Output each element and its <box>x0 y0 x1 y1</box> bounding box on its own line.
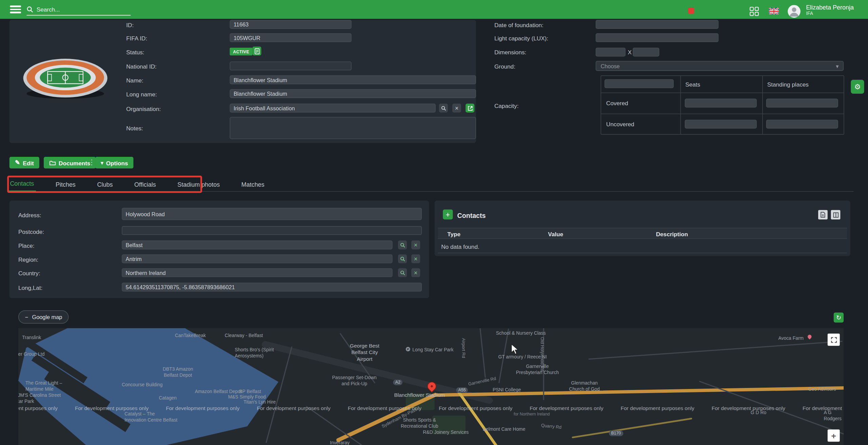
tab-clubs[interactable]: Clubs <box>95 181 115 192</box>
country-search-button[interactable] <box>398 268 407 277</box>
settings-flyout-button[interactable]: ⚙ <box>851 80 864 94</box>
region-field[interactable] <box>122 254 392 263</box>
foundation-field[interactable] <box>596 20 718 29</box>
light-capacity-label: Light capacity (LUX): <box>494 35 548 42</box>
place-search-button[interactable] <box>398 241 407 249</box>
capacity-covered-seats-field[interactable] <box>685 99 757 108</box>
map-watermark: For development purposes only <box>803 405 844 411</box>
export-contacts-button[interactable] <box>818 210 828 220</box>
user-menu[interactable]: Elizabeta Peronja IFA <box>806 4 854 16</box>
tab-contacts[interactable]: Contacts <box>8 180 36 192</box>
dimensions-x-separator: X <box>628 49 631 56</box>
capacity-covered-standing-field[interactable] <box>766 99 838 108</box>
map-label: G D Ro <box>751 410 766 415</box>
id-label: ID: <box>126 22 134 29</box>
options-button[interactable]: ▾ Options <box>95 157 134 168</box>
dimensions-width-field[interactable] <box>596 48 626 56</box>
capacity-col-standing: Standing places <box>762 76 844 93</box>
map-watermark: For development purposes only <box>257 405 330 411</box>
long-name-label: Long name: <box>126 91 157 98</box>
organisation-clear-button[interactable]: × <box>452 104 461 112</box>
ground-select[interactable]: Choose ▾ <box>596 61 844 71</box>
map-label: Shorts Bro's (Spirit Aerosystems) <box>235 347 274 359</box>
language-flag-icon[interactable] <box>769 7 779 14</box>
more-actions-icon[interactable]: ⋮ <box>88 158 95 166</box>
google-map-toggle[interactable]: − Google map <box>18 310 69 323</box>
long-name-field[interactable] <box>230 89 476 98</box>
folder-icon <box>49 160 56 165</box>
postcode-field[interactable] <box>122 226 422 235</box>
fifa-id-field[interactable] <box>230 33 352 42</box>
contacts-col-type: Type <box>447 230 460 237</box>
address-field[interactable] <box>122 208 422 220</box>
close-icon: × <box>414 269 418 276</box>
map-label: for Northern Ireland <box>514 412 550 417</box>
map-label: Garnerville Rd <box>468 376 497 387</box>
map-label: Avoca Farm <box>778 335 804 341</box>
red-indicator <box>688 8 694 14</box>
map-road-minor <box>543 328 544 400</box>
app-window: Elizabeta Peronja IFA ID: FIFA ID: Statu… <box>0 0 868 445</box>
dimensions-height-field[interactable] <box>633 48 659 56</box>
close-icon: × <box>414 242 418 248</box>
user-organisation: IFA <box>806 11 854 16</box>
tab-pitches[interactable]: Pitches <box>53 181 78 192</box>
add-contact-button[interactable]: + <box>443 209 453 219</box>
organisation-open-button[interactable] <box>466 104 474 112</box>
mouse-cursor <box>511 344 519 355</box>
tab-stadium-photos[interactable]: Stadium photos <box>175 181 222 192</box>
map-watermark: For development purposes only <box>530 405 603 411</box>
id-field[interactable] <box>230 20 352 29</box>
light-capacity-field[interactable] <box>596 33 718 42</box>
map-label: GT armoury / Reece NI <box>498 354 547 360</box>
country-field[interactable] <box>122 268 392 277</box>
google-map[interactable]: Translinkber Group LtdThe Great Light – … <box>18 328 844 445</box>
columns-toggle-button[interactable] <box>831 210 841 220</box>
region-clear-button[interactable]: × <box>411 254 420 263</box>
country-clear-button[interactable]: × <box>411 268 420 277</box>
contacts-title: Contacts <box>457 212 486 220</box>
notes-field[interactable] <box>230 117 476 139</box>
map-zoom-in-button[interactable]: + <box>828 429 840 442</box>
map-road-minor <box>498 329 509 383</box>
apps-grid-icon[interactable] <box>750 7 759 16</box>
status-history-button[interactable] <box>252 47 261 55</box>
contacts-col-description: Description <box>656 230 688 237</box>
postcode-label: Postcode: <box>18 228 44 235</box>
map-road-minor <box>265 347 292 443</box>
longlat-field[interactable] <box>122 283 422 292</box>
search-input[interactable] <box>37 6 125 13</box>
collapse-icon: − <box>25 314 28 320</box>
organisation-search-button[interactable] <box>439 104 448 112</box>
map-label: Clearway - Belfast <box>225 333 263 338</box>
name-field[interactable] <box>230 75 476 84</box>
tab-matches[interactable]: Matches <box>239 181 267 192</box>
map-watermark: For development purposes only <box>621 405 694 411</box>
place-field[interactable] <box>122 241 392 249</box>
fifa-id-label: FIFA ID: <box>126 35 147 42</box>
place-clear-button[interactable]: × <box>411 241 420 249</box>
contacts-table-bottom-border <box>438 253 847 253</box>
edit-button[interactable]: ✎ Edit <box>9 157 39 168</box>
contacts-table-header: Type Value Description <box>438 228 847 239</box>
capacity-filter-field[interactable] <box>605 79 674 88</box>
hamburger-menu-icon[interactable] <box>10 5 21 13</box>
map-road-b170 <box>572 418 692 438</box>
map-label: Long Stay Car Park <box>412 347 453 353</box>
address-label: Address: <box>18 212 41 219</box>
ground-label: Ground: <box>494 63 515 70</box>
longlat-label: Long,Lat: <box>18 284 43 291</box>
capacity-uncovered-standing-field[interactable] <box>766 120 838 129</box>
map-road-minor <box>306 406 397 445</box>
map-refresh-button[interactable]: ↻ <box>834 313 844 322</box>
national-id-field[interactable] <box>230 61 352 70</box>
status-label: Status: <box>126 49 144 56</box>
map-road-a2 <box>336 392 438 443</box>
organisation-field[interactable] <box>230 104 436 112</box>
ground-select-value: Choose <box>600 63 619 69</box>
map-fullscreen-button[interactable] <box>828 334 840 346</box>
tab-officials[interactable]: Officials <box>132 181 158 192</box>
capacity-uncovered-seats-field[interactable] <box>685 120 757 129</box>
user-avatar[interactable] <box>788 5 801 18</box>
region-search-button[interactable] <box>398 254 407 263</box>
